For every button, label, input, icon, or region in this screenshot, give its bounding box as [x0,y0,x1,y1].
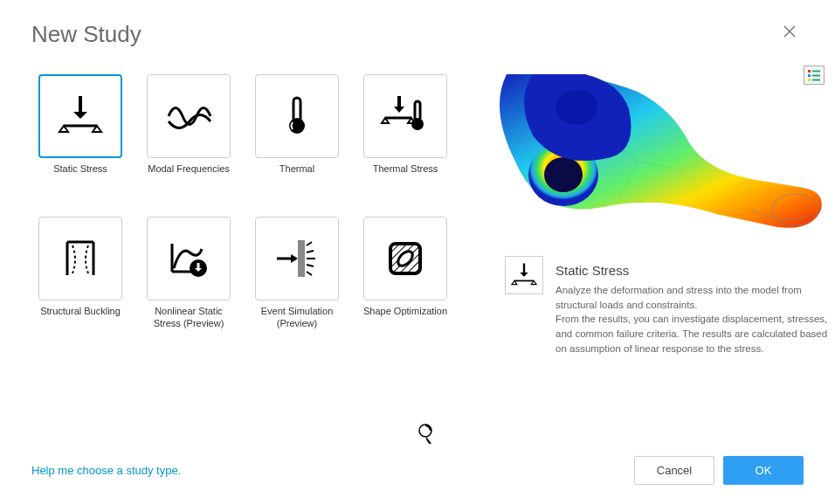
study-tile-thermal-stress[interactable]: Thermal Stress [356,74,454,201]
help-link[interactable]: Help me choose a study type. [31,464,181,477]
study-tile-thermal[interactable]: Thermal [248,74,346,201]
thermal-stress-icon [380,91,431,142]
study-tile-label: Structural Buckling [40,306,121,318]
svg-line-15 [307,265,314,266]
nonlinear-static-icon [163,233,214,284]
preview-panel: Static Stress Analyze the deformation an… [472,74,830,356]
study-tile-label: Shape Optimization [363,306,447,318]
static-stress-icon [55,91,106,142]
busy-cursor-icon [418,423,437,445]
study-preview-image [489,74,830,266]
static-stress-icon [509,260,539,290]
study-tile-modal-frequencies[interactable]: Modal Frequencies [140,74,238,201]
dialog-content: Static Stress Modal Frequencies Thermal [0,48,835,356]
dialog-title: New Study [31,21,141,48]
study-tile-event-simulation[interactable]: Event Simulation (Preview) [248,217,346,356]
svg-point-33 [419,425,431,437]
detail-description: Analyze the deformation and stress into … [556,283,830,356]
modal-frequencies-icon [163,91,214,142]
study-tile-shape-optimization[interactable]: Shape Optimization [356,217,454,356]
close-icon [783,24,797,38]
svg-point-7 [411,118,424,130]
svg-point-29 [556,90,597,125]
svg-rect-10 [298,240,305,277]
study-tile-label: Thermal Stress [373,163,438,176]
thermal-icon [272,91,322,142]
svg-line-12 [307,242,312,245]
study-detail: Static Stress Analyze the deformation an… [489,277,830,356]
study-type-grid: Static Stress Modal Frequencies Thermal [31,74,454,356]
svg-rect-21 [808,70,811,72]
study-tile-label: Nonlinear Static Stress (Preview) [143,306,234,330]
ok-button[interactable]: OK [723,456,804,485]
study-tile-static-stress[interactable]: Static Stress [31,74,129,201]
study-tile-label: Static Stress [53,163,107,176]
dialog-footer: Help me choose a study type. Cancel OK [0,456,835,485]
svg-line-16 [307,272,312,275]
cancel-button[interactable]: Cancel [634,456,714,485]
study-tile-label: Event Simulation (Preview) [252,306,342,330]
study-tile-nonlinear-static[interactable]: Nonlinear Static Stress (Preview) [140,217,238,356]
study-tile-label: Modal Frequencies [148,163,230,176]
close-button[interactable] [776,21,804,42]
event-simulation-icon [272,233,322,284]
dialog-header: New Study [0,0,835,48]
detail-icon-box [505,256,543,294]
buckling-icon [55,233,106,284]
svg-rect-6 [415,101,420,121]
svg-line-13 [307,251,314,252]
button-group: Cancel OK [634,456,804,485]
svg-point-28 [544,157,583,192]
study-tile-structural-buckling[interactable]: Structural Buckling [31,217,129,356]
study-tile-label: Thermal [279,163,314,176]
shape-optimization-icon [380,233,431,284]
